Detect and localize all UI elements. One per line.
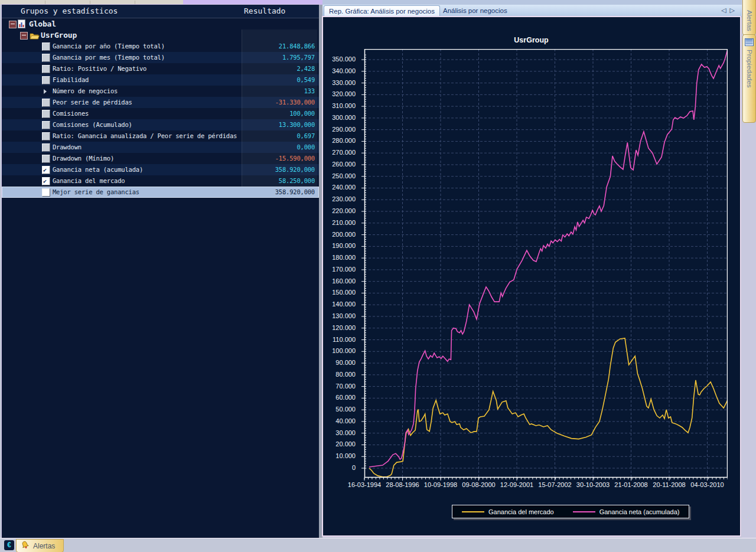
y-tick-label: 220.000 [332,207,356,215]
x-tick-label: 20-11-2008 [653,481,685,488]
row-label: Ganancia por mes (Tiempo total) [53,52,165,63]
legend: Ganancia del mercadoGanancia neta (acumu… [452,505,689,518]
row-checkbox[interactable] [42,132,50,141]
tree-row[interactable]: 100,000Comisiones [2,108,319,119]
row-label: Fiabilidad [53,74,89,86]
y-tick-label: 300.000 [332,114,356,122]
row-checkbox[interactable] [42,188,50,197]
tree-row[interactable]: 0,697Ratio: Ganancia anualizada / Peor s… [2,130,319,142]
expand-arrow-icon[interactable] [44,89,47,94]
tree-row[interactable]: -31.330,000Peor serie de pérdidas [2,97,319,108]
row-checkbox[interactable] [42,110,50,118]
row-checkbox[interactable] [42,99,50,107]
row-checkbox[interactable] [42,143,50,152]
y-tick-label: 50.000 [335,406,356,413]
x-tick-label: 21-01-2008 [614,481,647,488]
row-checkbox[interactable] [42,54,50,62]
row-checkbox[interactable] [42,177,50,185]
euro-icon[interactable]: € [4,540,14,550]
empty-value-cell [242,30,317,41]
y-tick-label: 90.000 [335,359,356,367]
properties-list-icon [745,38,754,47]
tab-prev-icon[interactable]: ◁ [721,6,729,14]
tree-node-global[interactable]: Global [2,18,319,30]
row-label: Comisiones [53,108,89,119]
row-checkbox[interactable] [42,43,50,51]
tree-row[interactable]: 358.920,000Ganancia neta (acumulada) [2,164,319,175]
tree-row[interactable]: 0,000Drawdown [2,142,319,153]
row-value: 0,697 [242,130,317,142]
y-tick-label: 150.000 [332,289,356,296]
window-top-strip [0,0,756,5]
legend-label: Ganancia neta (acumulada) [599,508,680,515]
tab-next-icon[interactable]: ▷ [730,6,738,14]
report-tabbar: Rep. Gráfica: Análisis por negocios Anál… [322,5,742,17]
collapse-minus-icon[interactable] [9,21,17,28]
y-tick-label: 320.000 [332,90,356,98]
y-tick-label: 120.000 [332,324,356,332]
tree-row[interactable]: 13.300,000Comisiones (Acumulado) [2,119,319,130]
x-axis-labels: 16-03-199428-08-199610-09-199809-08-2000… [323,481,740,489]
side-tab-properties[interactable]: Propiedades [742,34,756,123]
tree-row[interactable]: -15.590,000Drawdown (Mínimo) [2,153,319,164]
tree-row[interactable]: 1.795,797Ganancia por mes (Tiempo total) [2,52,319,63]
y-tick-label: 40.000 [335,417,356,425]
y-tick-label: 70.000 [335,383,356,390]
legend-line-swatch [462,511,484,512]
status-bar: € Alertas [0,538,756,552]
row-checkbox[interactable] [42,166,50,174]
bottom-tab-alertas-label: Alertas [33,542,55,550]
top-strip-lavender [183,0,322,5]
statistics-panel: Grupos y estadísticos Resultado Global U… [2,5,319,538]
side-tab-alerts-label: Alertas [746,10,753,31]
row-checkbox[interactable] [42,155,50,163]
y-tick-label: 210.000 [332,219,356,227]
bell-icon [20,540,31,552]
legend-item: Ganancia neta (acumulada) [573,508,680,515]
y-tick-label: 310.000 [332,102,356,110]
tree-row[interactable]: 0,549Fiabilidad [2,74,319,86]
collapse-minus-icon[interactable] [20,32,28,40]
application-window: Grupos y estadísticos Resultado Global U… [0,0,756,552]
x-tick-label: 09-08-2000 [462,481,495,488]
row-checkbox[interactable] [42,65,50,73]
y-tick-label: 280.000 [332,137,356,145]
x-tick-label: 30-10-2003 [576,481,610,488]
y-tick-label: 180.000 [332,254,356,262]
tab-analisis[interactable]: Análisis por negocios [438,5,512,16]
top-strip-separator [45,1,45,5]
tree-row[interactable]: 58.250,000Ganancia del mercado [2,175,319,187]
y-tick-label: 240.000 [332,184,356,191]
row-checkbox[interactable] [42,121,50,129]
top-strip-separator [90,1,90,5]
row-checkbox[interactable] [42,76,50,84]
side-tab-properties-label: Propiedades [746,50,753,88]
tree-row[interactable]: 21.848,866Ganancia por año (Tiempo total… [2,41,319,52]
tree-node-label: Global [29,18,56,30]
bottom-tab-alertas[interactable]: Alertas [16,539,64,552]
tree-node-label: UsrGroup [41,30,77,41]
y-tick-label: 160.000 [332,277,356,285]
y-tick-label: 230.000 [332,195,356,203]
row-label: Ratio: Positivo / Negativo [53,63,146,74]
x-tick-label: 12-09-2001 [500,481,533,488]
legend-line-swatch [573,511,595,512]
y-tick-label: 80.000 [335,371,356,378]
tree-row[interactable]: 358.920,000Mejor serie de ganancias [2,187,319,198]
y-tick-label: 30.000 [335,429,356,437]
row-value: 13.300,000 [242,119,317,130]
y-tick-label: 10.000 [335,452,356,460]
tree-row[interactable]: 2,428Ratio: Positivo / Negativo [2,63,319,74]
tree-node-usrgroup[interactable]: UsrGroup [2,30,319,41]
statistics-tree: Global UsrGroup 21.848,866Ganancia por a… [2,5,319,538]
x-tick-label: 04-03-2010 [690,481,724,488]
legend-item: Ganancia del mercado [462,508,554,515]
tree-row[interactable]: 133Número de negocios [2,86,319,97]
report-panel: Rep. Gráfica: Análisis por negocios Anál… [322,5,742,538]
row-value: -31.330,000 [242,97,317,108]
y-tick-label: 110.000 [333,336,356,344]
side-tab-alerts[interactable]: Alertas [742,0,756,35]
row-label: Ganancia por año (Tiempo total) [53,41,165,52]
tab-rep-grafica[interactable]: Rep. Gráfica: Análisis por negocios [324,5,440,17]
top-strip-gray [0,0,183,5]
